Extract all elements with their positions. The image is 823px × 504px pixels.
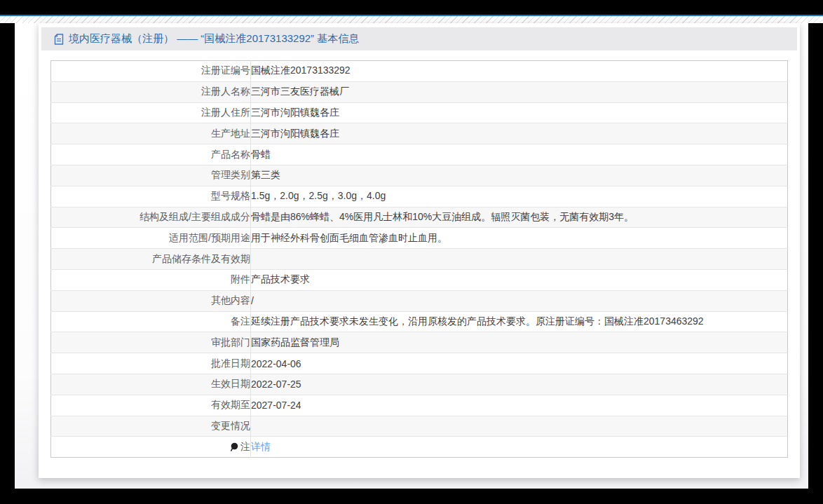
row-label: 注册证编号 [51,61,251,82]
row-label: 结构及组成/主要组成成分 [51,207,251,228]
table-row: 批准日期2022-04-06 [51,353,788,374]
table-row: 生产地址三河市泃阳镇魏各庄 [51,123,788,144]
row-label: 附件 [51,269,251,290]
table-row: 产品储存条件及有效期 [51,249,788,270]
row-value: 2022-04-06 [251,353,788,374]
table-row: 结构及组成/主要组成成分骨蜡是由86%蜂蜡、4%医用凡士林和10%大豆油组成。辐… [51,207,788,228]
table-row: 审批部门国家药品监督管理局 [51,332,788,353]
table-row: 其他内容/ [51,290,788,311]
striped-banner [0,16,823,23]
row-label: 批准日期 [51,353,251,374]
row-label: 型号规格 [51,186,251,207]
row-label: 生效日期 [51,374,251,395]
row-label-text: 批准日期 [211,357,250,369]
row-label: 其他内容 [51,290,251,311]
row-value: 国家药品监督管理局 [251,332,788,353]
row-label: 注册人名称 [51,81,251,102]
info-table-body: 注册证编号国械注准20173133292注册人名称三河市三友医疗器械厂注册人住所… [51,61,788,458]
row-label-text: 生产地址 [211,128,250,139]
table-row: 注册人住所三河市泃阳镇魏各庄 [51,102,788,123]
row-label-text: 注册人名称 [201,86,250,97]
row-label-text: 其他内容 [211,294,250,306]
row-label-text: 适用范围/预期用途 [169,232,250,243]
table-row: 注详情 [51,437,788,458]
row-value: 2027-07-24 [251,395,788,416]
row-value [251,249,788,270]
row-label: 审批部门 [51,332,251,353]
row-value: 三河市三友医疗器械厂 [251,81,788,102]
page-title: 境内医疗器械（注册） —— “国械注准20173133292” 基本信息 [69,32,359,46]
row-label: 注册人住所 [51,102,251,123]
row-label-text: 结构及组成/主要组成成分 [140,211,250,222]
row-label-text: 管理类别 [211,169,250,180]
document-icon [54,34,64,45]
row-label-text: 附件 [231,273,250,285]
table-row: 注册人名称三河市三友医疗器械厂 [51,81,788,102]
table-row: 型号规格1.5g，2.0g，2.5g，3.0g，4.0g [51,186,788,207]
row-label-text: 型号规格 [211,190,250,201]
row-value: 用于神经外科骨创面毛细血管渗血时止血用。 [251,228,788,249]
row-value: 国械注准20173133292 [251,61,788,82]
row-label-text: 审批部门 [211,336,250,348]
row-label: 管理类别 [51,165,251,186]
row-value: 详情 [251,437,788,458]
row-label-text: 生效日期 [211,378,250,389]
row-value [251,416,788,437]
row-label-text: 变更情况 [211,420,250,431]
table-row: 产品名称骨蜡 [51,144,788,165]
row-label: 生产地址 [51,123,251,144]
page-title-bar: 境内医疗器械（注册） —— “国械注准20173133292” 基本信息 [41,27,797,50]
row-value: 延续注册产品技术要求未发生变化，沿用原核发的产品技术要求。原注册证编号：国械注准… [251,311,788,332]
row-label: 变更情况 [51,416,251,437]
row-label-text: 产品名称 [211,149,250,160]
row-label-text: 注册证编号 [201,64,250,76]
row-value: 2022-07-25 [251,374,788,395]
table-row: 生效日期2022-07-25 [51,374,788,395]
row-label: 注 [51,437,251,458]
table-row: 适用范围/预期用途用于神经外科骨创面毛细血管渗血时止血用。 [51,228,788,249]
screen: 境内医疗器械（注册） —— “国械注准20173133292” 基本信息 注册证… [0,0,823,504]
row-label: 产品名称 [51,144,251,165]
row-value: 骨蜡是由86%蜂蜡、4%医用凡士林和10%大豆油组成。辐照灭菌包装，无菌有效期3… [251,207,788,228]
row-label: 备注 [51,311,251,332]
row-label-text: 备注 [231,315,250,327]
row-value: / [251,290,788,311]
detail-link[interactable]: 详情 [251,441,271,452]
table-row: 管理类别第三类 [51,165,788,186]
row-value: 骨蜡 [251,144,788,165]
row-value: 1.5g，2.0g，2.5g，3.0g，4.0g [251,186,788,207]
info-table: 注册证编号国械注准20173133292注册人名称三河市三友医疗器械厂注册人住所… [50,60,788,458]
row-value: 三河市泃阳镇魏各庄 [251,102,788,123]
row-label: 适用范围/预期用途 [51,228,251,249]
page-background: 境内医疗器械（注册） —— “国械注准20173133292” 基本信息 注册证… [15,23,808,489]
table-row: 附件产品技术要求 [51,269,788,290]
note-icon [230,442,238,451]
table-row: 有效期至2027-07-24 [51,395,788,416]
row-label-text: 产品储存条件及有效期 [152,253,250,264]
table-row: 备注延续注册产品技术要求未发生变化，沿用原核发的产品技术要求。原注册证编号：国械… [51,311,788,332]
info-card: 境内医疗器械（注册） —— “国械注准20173133292” 基本信息 注册证… [39,23,800,478]
row-value: 第三类 [251,165,788,186]
row-value: 产品技术要求 [251,269,788,290]
row-label: 有效期至 [51,395,251,416]
row-label-text: 注册人住所 [201,107,250,118]
row-label-text: 有效期至 [211,399,250,410]
row-label-text: 注 [240,441,250,452]
table-row: 变更情况 [51,416,788,437]
row-label: 产品储存条件及有效期 [51,249,251,270]
row-value: 三河市泃阳镇魏各庄 [251,123,788,144]
table-row: 注册证编号国械注准20173133292 [51,61,788,82]
